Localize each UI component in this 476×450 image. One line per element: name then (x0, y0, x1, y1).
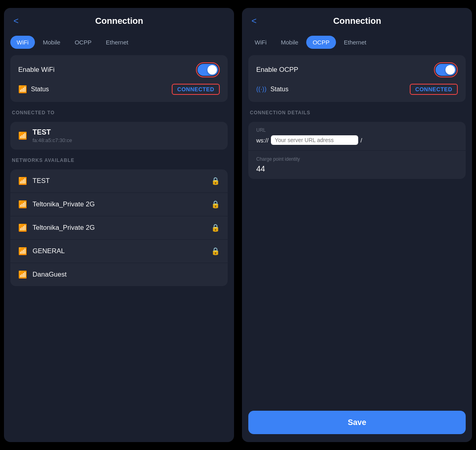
tab-mobile-right[interactable]: Mobile (274, 36, 305, 49)
enable-wifi-toggle[interactable] (198, 64, 218, 76)
charge-point-label: Charge point identity (256, 156, 458, 162)
tab-wifi-left[interactable]: WiFi (10, 36, 35, 49)
ocpp-status-card: Enable OCPP ((·)) Status CONNECTED (248, 55, 466, 102)
enable-wifi-toggle-wrapper (196, 62, 220, 77)
tab-ocpp-right[interactable]: OCPP (306, 36, 336, 49)
right-panel-title: Connection (252, 16, 463, 26)
enable-wifi-label: Enable WiFi (18, 66, 55, 74)
network-wifi-icon-1: 📶 (18, 200, 27, 209)
network-name-1: Teltonika_Private 2G (33, 200, 211, 208)
right-panel: < Connection WiFi Mobile OCPP Ethernet E… (242, 8, 472, 442)
tab-wifi-right[interactable]: WiFi (248, 36, 273, 49)
wifi-status-row: 📶 Status CONNECTED (18, 84, 220, 95)
tab-ethernet-right[interactable]: Ethernet (338, 36, 373, 49)
network-lock-icon-0: 🔒 (211, 177, 220, 185)
enable-ocpp-toggle-wrapper (434, 62, 458, 77)
connected-network-mac: fa:48:a5:c7:30:ce (33, 137, 72, 143)
ocpp-toggle-knob (445, 65, 455, 75)
right-panel-content: Enable OCPP ((·)) Status CONNECTED CONNE (242, 55, 472, 404)
url-prefix: ws:// (256, 137, 269, 144)
networks-list: 📶 TEST 🔒 📶 Teltonika_Private 2G 🔒 📶 Telt… (10, 169, 228, 286)
enable-ocpp-label: Enable OCPP (256, 66, 298, 74)
wifi-status-badge: CONNECTED (172, 84, 220, 95)
connection-details-title: CONNECTION DETAILS (248, 110, 466, 115)
network-name-2: Teltonika_Private 2G (33, 224, 211, 232)
tab-ocpp-left[interactable]: OCPP (68, 36, 98, 49)
right-header: < Connection (242, 8, 472, 33)
network-name-3: GENERAL (33, 247, 211, 255)
network-lock-icon-2: 🔒 (211, 223, 220, 232)
connected-network-info: 📶 TEST fa:48:a5:c7:30:ce (18, 128, 220, 143)
save-button[interactable]: Save (248, 411, 466, 434)
network-item-1[interactable]: 📶 Teltonika_Private 2G 🔒 (10, 193, 228, 216)
ocpp-status-badge: CONNECTED (410, 84, 458, 95)
left-panel-content: Enable WiFi 📶 Status CONNECTED CONNECTE (4, 55, 234, 442)
left-tabs-bar: WiFi Mobile OCPP Ethernet (4, 33, 234, 55)
right-tabs-bar: WiFi Mobile OCPP Ethernet (242, 33, 472, 55)
ocpp-status-text: Status (271, 86, 288, 93)
url-row: ws:// / (256, 135, 458, 145)
network-item-3[interactable]: 📶 GENERAL 🔒 (10, 240, 228, 263)
url-input[interactable] (271, 135, 358, 145)
toggle-knob (207, 65, 217, 75)
connection-details-card: URL ws:// / Charge point identity 44 (248, 122, 466, 179)
network-name-0: TEST (33, 177, 211, 185)
network-wifi-icon-2: 📶 (18, 223, 27, 232)
enable-ocpp-row: Enable OCPP (256, 62, 458, 77)
left-header: < Connection (4, 8, 234, 33)
ocpp-signal-icon: ((·)) (256, 86, 267, 93)
network-lock-icon-1: 🔒 (211, 200, 220, 209)
url-label: URL (256, 127, 458, 133)
wifi-status-label: 📶 Status (18, 85, 49, 94)
network-lock-icon-3: 🔒 (211, 247, 220, 256)
charge-point-field: Charge point identity 44 (248, 151, 466, 179)
ocpp-status-row: ((·)) Status CONNECTED (256, 84, 458, 95)
network-item-4[interactable]: 📶 DanaGuest (10, 263, 228, 286)
ocpp-status-label: ((·)) Status (256, 86, 288, 93)
network-wifi-icon-0: 📶 (18, 177, 27, 185)
connected-network-name: TEST (33, 128, 72, 137)
connected-to-title: CONNECTED TO (10, 110, 228, 115)
network-item-2[interactable]: 📶 Teltonika_Private 2G 🔒 (10, 216, 228, 240)
networks-available-title: NETWORKS AVAILABLE (10, 158, 228, 163)
enable-wifi-row: Enable WiFi (18, 62, 220, 77)
network-wifi-icon-3: 📶 (18, 247, 27, 256)
panels-container: < Connection WiFi Mobile OCPP Ethernet E… (0, 0, 476, 450)
network-item-0[interactable]: 📶 TEST 🔒 (10, 169, 228, 193)
left-panel: < Connection WiFi Mobile OCPP Ethernet E… (4, 8, 234, 442)
wifi-signal-icon: 📶 (18, 85, 27, 94)
connected-wifi-icon: 📶 (18, 131, 27, 140)
connected-network-details: TEST fa:48:a5:c7:30:ce (33, 128, 72, 143)
enable-ocpp-toggle[interactable] (436, 64, 456, 76)
status-text-left: Status (31, 86, 49, 93)
tab-mobile-left[interactable]: Mobile (36, 36, 67, 49)
network-name-4: DanaGuest (33, 271, 220, 279)
url-suffix: / (361, 137, 362, 144)
left-panel-title: Connection (14, 16, 225, 26)
connected-network-card[interactable]: 📶 TEST fa:48:a5:c7:30:ce (10, 122, 228, 150)
tab-ethernet-left[interactable]: Ethernet (100, 36, 135, 49)
network-wifi-icon-4: 📶 (18, 270, 27, 279)
charge-point-value: 44 (256, 164, 458, 173)
url-field: URL ws:// / (248, 122, 466, 151)
wifi-status-card: Enable WiFi 📶 Status CONNECTED (10, 55, 228, 102)
